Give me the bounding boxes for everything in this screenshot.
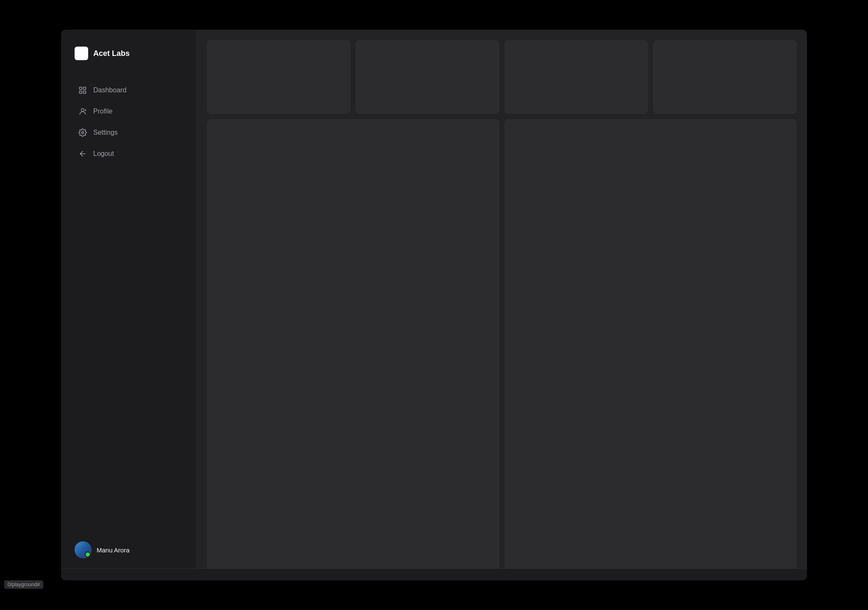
cards-row bbox=[207, 40, 797, 114]
sidebar-item-label-settings: Settings bbox=[93, 129, 118, 136]
logout-icon bbox=[78, 149, 87, 158]
panels-row bbox=[207, 119, 797, 570]
profile-icon bbox=[78, 107, 87, 116]
status-bar bbox=[61, 568, 807, 580]
svg-rect-2 bbox=[80, 91, 82, 94]
sidebar-nav: Dashboard Profile bbox=[71, 80, 186, 536]
user-profile-area: Manu Arora bbox=[71, 536, 186, 563]
card-1 bbox=[207, 40, 351, 114]
card-2 bbox=[356, 40, 499, 114]
settings-icon bbox=[78, 128, 87, 137]
sidebar-item-label-profile: Profile bbox=[93, 108, 112, 115]
svg-rect-1 bbox=[83, 87, 86, 90]
main-content bbox=[197, 30, 807, 580]
avatar bbox=[75, 541, 92, 558]
dashboard-icon bbox=[78, 86, 87, 95]
svg-point-6 bbox=[82, 132, 84, 134]
svg-rect-3 bbox=[83, 91, 86, 94]
logo-text: Acet Labs bbox=[93, 49, 130, 58]
app-window: Acet Labs Dashboard bbox=[61, 30, 807, 580]
logo-icon bbox=[75, 47, 88, 60]
card-4 bbox=[653, 40, 797, 114]
url-badge: 0/playground# bbox=[4, 580, 43, 589]
panel-1 bbox=[207, 119, 499, 570]
sidebar-item-label-dashboard: Dashboard bbox=[93, 86, 126, 94]
user-name: Manu Arora bbox=[97, 546, 130, 554]
sidebar-item-dashboard[interactable]: Dashboard bbox=[71, 80, 186, 100]
sidebar-item-settings[interactable]: Settings bbox=[71, 123, 186, 142]
card-3 bbox=[504, 40, 648, 114]
sidebar-item-label-logout: Logout bbox=[93, 150, 114, 158]
panel-2 bbox=[504, 119, 797, 570]
svg-rect-0 bbox=[80, 87, 82, 90]
logo-area: Acet Labs bbox=[71, 47, 186, 60]
sidebar-item-logout[interactable]: Logout bbox=[71, 144, 186, 164]
svg-point-5 bbox=[86, 109, 86, 110]
sidebar: Acet Labs Dashboard bbox=[61, 30, 197, 580]
sidebar-item-profile[interactable]: Profile bbox=[71, 102, 186, 121]
svg-point-4 bbox=[81, 108, 84, 111]
